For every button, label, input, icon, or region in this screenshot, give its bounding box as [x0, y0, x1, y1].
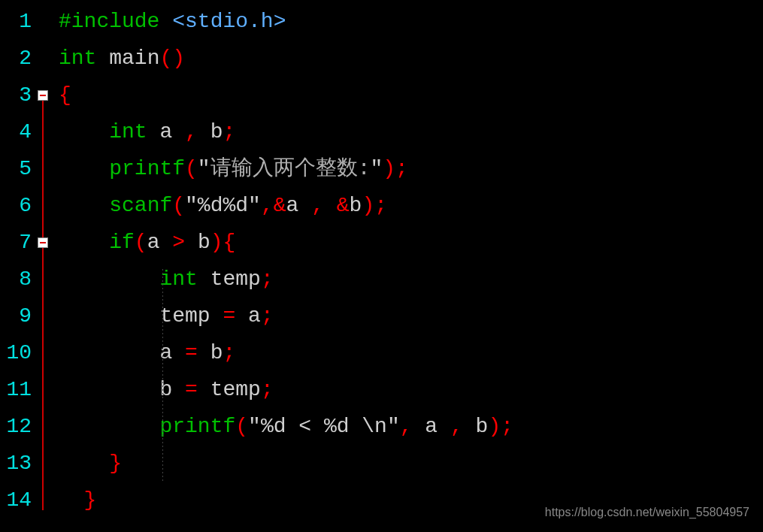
string-literal: %d < %d \n: [261, 408, 387, 445]
code-line[interactable]: b = temp;: [59, 371, 763, 408]
code-line[interactable]: int a , b;: [59, 113, 763, 150]
preprocessor: #include: [59, 3, 172, 40]
string-quote: ": [248, 408, 261, 445]
code-area[interactable]: #include <stdio.h> int main() { int a , …: [51, 3, 763, 518]
punct: ,: [298, 187, 336, 224]
semicolon: ;: [261, 261, 274, 298]
paren: ): [488, 408, 501, 445]
identifier: a: [159, 334, 172, 371]
string-quote: ": [198, 150, 210, 187]
code-line[interactable]: temp = a;: [59, 298, 763, 334]
line-number: 8: [0, 261, 32, 298]
ampersand: &: [274, 187, 286, 224]
paren: (: [159, 40, 172, 77]
brace: }: [109, 445, 122, 482]
line-number: 2: [0, 40, 32, 77]
semicolon: ;: [223, 334, 235, 371]
string-quote: ": [387, 408, 400, 445]
operator: =: [210, 298, 248, 334]
code-line[interactable]: }: [59, 445, 763, 482]
line-number: 9: [0, 298, 32, 334]
semicolon: ;: [374, 187, 387, 224]
keyword: int: [109, 113, 147, 150]
keyword: if: [109, 224, 135, 261]
code-line[interactable]: int main(): [59, 40, 763, 77]
paren: (: [235, 408, 248, 445]
line-number: 12: [0, 408, 32, 445]
identifier: b: [210, 113, 223, 150]
line-number-gutter: 1 2 3 4 5 6 7 8 9 10 11 12 13 14: [0, 3, 38, 518]
keyword: int: [159, 261, 197, 298]
line-number: 14: [0, 482, 32, 518]
string-literal: 请输入两个整数:: [210, 150, 371, 187]
code-line[interactable]: if(a > b){: [59, 224, 763, 261]
identifier: a: [286, 187, 299, 224]
semicolon: ;: [261, 298, 274, 334]
line-number: 11: [0, 371, 32, 408]
string-quote: ": [185, 187, 198, 224]
line-number: 1: [0, 3, 32, 40]
line-number: 7: [0, 224, 32, 261]
semicolon: ;: [261, 371, 274, 408]
function-call: printf: [109, 150, 185, 187]
string-literal: %d%d: [198, 187, 248, 224]
fold-toggle-icon[interactable]: [38, 90, 48, 101]
punct: ,: [400, 408, 425, 445]
punct: ,: [261, 187, 274, 224]
code-editor[interactable]: 1 2 3 4 5 6 7 8 9 10 11 12 13 14 #includ…: [0, 0, 763, 518]
identifier: a: [159, 113, 172, 150]
paren: ): [172, 40, 185, 77]
identifier: temp: [210, 261, 261, 298]
indent-guide: [162, 269, 163, 482]
code-line[interactable]: #include <stdio.h>: [59, 3, 763, 40]
paren: ): [383, 150, 395, 187]
operator: =: [172, 334, 210, 371]
line-number: 10: [0, 334, 32, 371]
identifier: a: [248, 298, 261, 334]
code-line[interactable]: scanf("%d%d",&a , &b);: [59, 187, 763, 224]
paren: (: [185, 150, 198, 187]
brace: {: [223, 224, 236, 261]
code-line[interactable]: a = b;: [59, 334, 763, 371]
identifier: b: [210, 334, 223, 371]
line-number: 3: [0, 77, 32, 113]
fold-toggle-icon[interactable]: [38, 237, 48, 248]
semicolon: ;: [501, 408, 513, 445]
line-number: 5: [0, 150, 32, 187]
ampersand: &: [337, 187, 350, 224]
watermark-text: https://blog.csdn.net/weixin_55804957: [545, 502, 749, 523]
fold-column: [38, 3, 51, 518]
line-number: 4: [0, 113, 32, 150]
code-line[interactable]: printf("请输入两个整数:");: [59, 150, 763, 187]
paren: ): [210, 224, 223, 261]
identifier: a: [425, 408, 438, 445]
identifier: b: [198, 224, 210, 261]
code-line[interactable]: int temp;: [59, 261, 763, 298]
code-line[interactable]: printf("%d < %d \n", a , b);: [59, 408, 763, 445]
identifier: b: [476, 408, 489, 445]
paren: (: [135, 224, 147, 261]
paren: (: [172, 187, 185, 224]
identifier: a: [147, 224, 160, 261]
function-call: scanf: [109, 187, 172, 224]
semicolon: ;: [223, 113, 236, 150]
identifier: temp: [210, 371, 261, 408]
line-number: 6: [0, 187, 32, 224]
brace: }: [84, 482, 97, 518]
line-number: 13: [0, 445, 32, 482]
paren: ): [362, 187, 374, 224]
include-header: <stdio.h>: [172, 3, 286, 40]
string-quote: ": [370, 150, 383, 187]
operator: >: [159, 224, 197, 261]
fold-guide: [42, 248, 44, 473]
identifier: b: [350, 187, 362, 224]
identifier: temp: [159, 298, 210, 334]
function-name: main: [109, 40, 159, 77]
keyword: int: [59, 40, 96, 77]
operator: =: [172, 371, 210, 408]
brace: {: [59, 77, 71, 113]
identifier: b: [159, 371, 172, 408]
string-quote: ": [248, 187, 261, 224]
code-line[interactable]: {: [59, 77, 763, 113]
punct: ,: [172, 113, 210, 150]
